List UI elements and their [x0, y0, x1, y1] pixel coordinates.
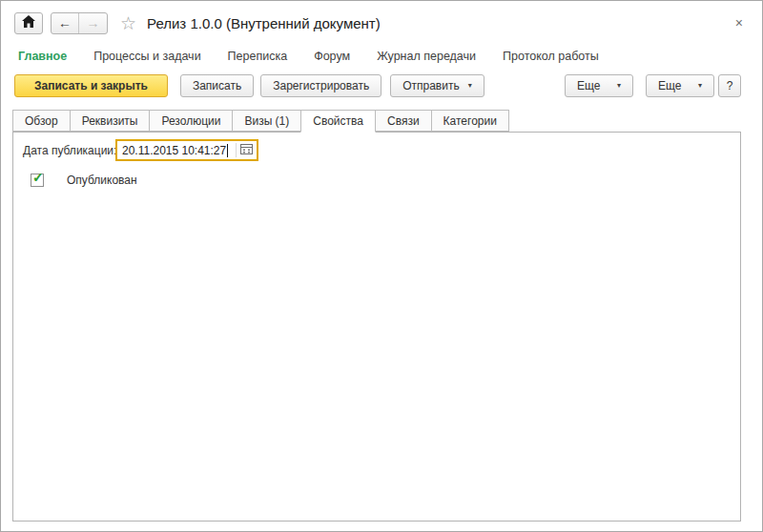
more-actions-secondary-label: Еще [658, 79, 681, 92]
close-icon[interactable]: × [732, 14, 747, 31]
titlebar: ← → ☆ Релиз 1.0.0 (Внутренний документ) … [1, 1, 762, 45]
menu-item-zhurnal-peredachi[interactable]: Журнал передачи [377, 50, 476, 63]
tab-kategorii[interactable]: Категории [431, 110, 509, 132]
favorite-star-icon[interactable]: ☆ [120, 14, 136, 32]
home-button[interactable] [14, 12, 43, 34]
menu-item-protokol-raboty[interactable]: Протокол работы [503, 50, 599, 63]
tab-rezolyucii[interactable]: Резолюции [149, 110, 233, 132]
menu-item-glavnoe[interactable]: Главное [18, 50, 67, 63]
window-title: Релиз 1.0.0 (Внутренний документ) [147, 15, 381, 31]
save-button[interactable]: Записать [180, 74, 254, 97]
published-checkbox[interactable]: ✓ [31, 174, 44, 187]
chevron-down-icon: ▾ [698, 82, 702, 90]
calendar-picker-button[interactable] [237, 141, 257, 159]
menu-item-perepiska[interactable]: Переписка [228, 50, 288, 63]
document-window: ← → ☆ Релиз 1.0.0 (Внутренний документ) … [0, 0, 763, 532]
publication-date-row: Дата публикации: 20.11.2015 10:41:27 [23, 139, 731, 161]
history-nav-group: ← → [51, 12, 108, 34]
chevron-down-icon: ▾ [468, 82, 472, 90]
register-button[interactable]: Зарегистрировать [260, 74, 382, 97]
home-icon [22, 15, 35, 31]
save-and-close-button[interactable]: Записать и закрыть [14, 74, 168, 97]
tab-strip: Обзор Реквизиты Резолюции Визы (1) Свойс… [1, 110, 762, 132]
properties-tab-panel: Дата публикации: 20.11.2015 10:41:27 [12, 132, 741, 522]
published-row: ✓ Опубликован [23, 174, 731, 187]
section-menu: Главное Процессы и задачи Переписка Фору… [1, 45, 762, 68]
tab-svyazi[interactable]: Связи [375, 110, 432, 132]
published-label: Опубликован [67, 174, 137, 187]
send-button[interactable]: Отправить ▾ [390, 74, 485, 97]
back-icon[interactable]: ← [52, 13, 79, 33]
menu-item-forum[interactable]: Форум [314, 50, 350, 63]
help-button[interactable]: ? [718, 74, 741, 97]
tab-rekvizity[interactable]: Реквизиты [70, 110, 151, 132]
menu-item-processy-i-zadachi[interactable]: Процессы и задачи [93, 50, 200, 63]
tab-vizy[interactable]: Визы (1) [232, 110, 301, 132]
send-button-label: Отправить [402, 79, 460, 92]
tab-svoystva[interactable]: Свойства [300, 110, 376, 133]
chevron-down-icon: ▾ [617, 82, 621, 90]
publication-date-value: 20.11.2015 10:41:27 [122, 144, 226, 157]
more-actions-secondary-button[interactable]: Еще ▾ [646, 74, 714, 97]
publication-date-input[interactable]: 20.11.2015 10:41:27 [115, 139, 258, 161]
calendar-icon [240, 143, 253, 157]
more-actions-button[interactable]: Еще ▾ [565, 74, 633, 97]
forward-icon[interactable]: → [79, 13, 107, 33]
checkmark-icon: ✓ [32, 171, 44, 185]
tab-obzor[interactable]: Обзор [12, 110, 71, 132]
more-actions-label: Еще [577, 79, 600, 92]
text-caret [227, 144, 228, 157]
command-bar: Записать и закрыть Записать Зарегистриро… [1, 68, 762, 110]
publication-date-label: Дата публикации: [23, 144, 115, 157]
